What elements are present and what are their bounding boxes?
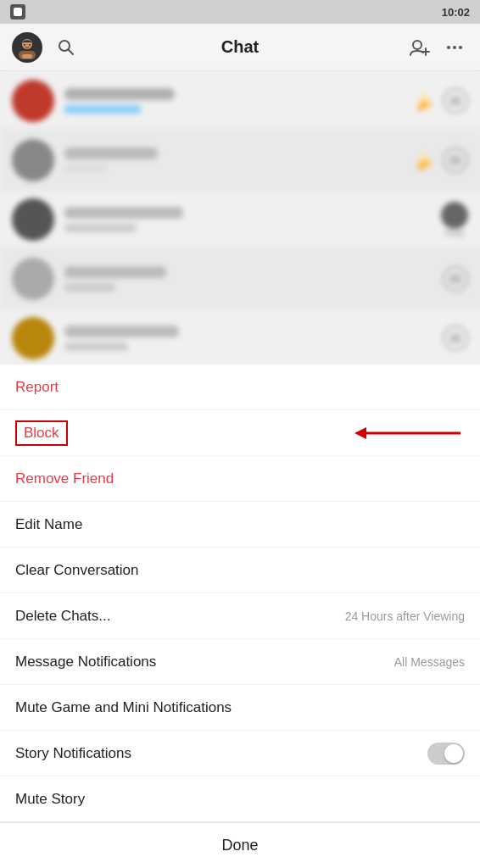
status-bar-left — [10, 4, 25, 19]
remove-friend-label: Remove Friend — [15, 470, 114, 487]
camera-icon — [443, 88, 468, 114]
done-bar[interactable]: Done — [0, 822, 480, 868]
svg-point-14 — [459, 46, 462, 49]
message-notifications-value: All Messages — [394, 655, 465, 669]
remove-friend-item[interactable]: Remove Friend — [0, 456, 480, 502]
mute-story-label: Mute Story — [15, 791, 85, 808]
chat-preview — [64, 105, 141, 114]
chat-actions — [443, 266, 468, 292]
edit-name-label: Edit Name — [15, 516, 82, 533]
reply-badge: Reply — [441, 202, 468, 237]
delete-chats-item[interactable]: Delete Chats... 24 Hours after Viewing — [0, 593, 480, 639]
svg-line-8 — [69, 49, 74, 54]
svg-point-18 — [454, 337, 458, 341]
chat-actions: Reply — [441, 202, 468, 237]
svg-point-17 — [454, 277, 458, 281]
svg-rect-4 — [22, 54, 32, 58]
reply-label: Reply — [444, 229, 464, 237]
block-border: Block — [15, 420, 68, 446]
emoji-icon: 🍌 — [413, 91, 434, 111]
avatar — [12, 258, 54, 300]
chat-name — [64, 326, 179, 337]
delete-chats-value: 24 Hours after Viewing — [345, 609, 465, 623]
chat-info — [64, 147, 403, 173]
svg-point-15 — [454, 99, 458, 103]
chat-item[interactable] — [0, 249, 480, 309]
search-button[interactable] — [53, 34, 80, 61]
header-right — [405, 34, 468, 61]
message-notifications-item[interactable]: Message Notifications All Messages — [0, 639, 480, 685]
mute-story-item[interactable]: Mute Story — [0, 776, 480, 822]
add-friend-button[interactable] — [405, 34, 433, 61]
svg-rect-0 — [14, 8, 22, 16]
chat-preview — [64, 283, 115, 292]
chat-item[interactable]: 🍌 — [0, 131, 480, 190]
avatar — [12, 139, 54, 181]
message-notifications-label: Message Notifications — [15, 654, 156, 670]
camera-icon — [443, 147, 468, 173]
svg-point-12 — [447, 46, 450, 49]
report-item[interactable]: Report — [0, 364, 480, 410]
block-item[interactable]: Block — [0, 410, 480, 456]
chat-name — [64, 88, 175, 100]
chat-preview — [64, 164, 107, 173]
svg-point-9 — [413, 41, 421, 49]
emoji-icon: 🍌 — [413, 150, 434, 170]
chat-name — [64, 147, 158, 159]
chat-info — [64, 88, 403, 114]
chat-info — [64, 266, 433, 292]
chat-preview — [64, 224, 137, 232]
done-label: Done — [221, 837, 258, 854]
status-bar: 10:02 — [0, 0, 480, 24]
app-status-icon — [10, 4, 25, 19]
header-left — [12, 32, 80, 63]
chat-info — [64, 207, 431, 232]
header: Chat — [0, 24, 480, 71]
avatar — [12, 80, 54, 122]
chat-name — [64, 266, 166, 278]
bottom-sheet: Report Block Remove Friend Edit Name Cle… — [0, 364, 480, 868]
report-label: Report — [15, 379, 59, 396]
more-options-button[interactable] — [441, 34, 468, 61]
block-label: Block — [24, 425, 59, 441]
toggle-knob — [444, 744, 463, 763]
chat-preview — [64, 342, 128, 351]
chat-actions — [443, 326, 468, 351]
svg-point-13 — [453, 46, 456, 49]
camera-icon — [443, 266, 468, 292]
chat-actions: 🍌 — [413, 147, 468, 173]
svg-point-5 — [24, 44, 25, 46]
block-arrow-annotation — [354, 421, 465, 445]
avatar — [12, 198, 54, 241]
svg-point-16 — [454, 159, 458, 163]
edit-name-item[interactable]: Edit Name — [0, 502, 480, 548]
chat-item[interactable] — [0, 309, 480, 368]
user-avatar[interactable] — [12, 32, 42, 63]
chat-item[interactable]: Reply — [0, 190, 480, 249]
story-notifications-label: Story Notifications — [15, 745, 131, 762]
status-time: 10:02 — [442, 6, 470, 19]
header-title: Chat — [221, 37, 259, 57]
chat-name — [64, 207, 183, 219]
chat-actions: 🍌 — [413, 88, 468, 114]
mute-game-item[interactable]: Mute Game and Mini Notifications — [0, 685, 480, 731]
chat-item[interactable]: 🍌 — [0, 71, 480, 131]
clear-conversation-item[interactable]: Clear Conversation — [0, 548, 480, 593]
svg-point-6 — [29, 44, 31, 46]
svg-marker-22 — [354, 427, 366, 439]
story-notifications-toggle[interactable] — [427, 743, 465, 765]
camera-icon — [443, 326, 468, 351]
chat-info — [64, 326, 433, 351]
avatar — [12, 317, 54, 359]
clear-conversation-label: Clear Conversation — [15, 562, 139, 579]
delete-chats-label: Delete Chats... — [15, 608, 110, 625]
mute-game-label: Mute Game and Mini Notifications — [15, 699, 232, 716]
story-notifications-item[interactable]: Story Notifications — [0, 731, 480, 776]
